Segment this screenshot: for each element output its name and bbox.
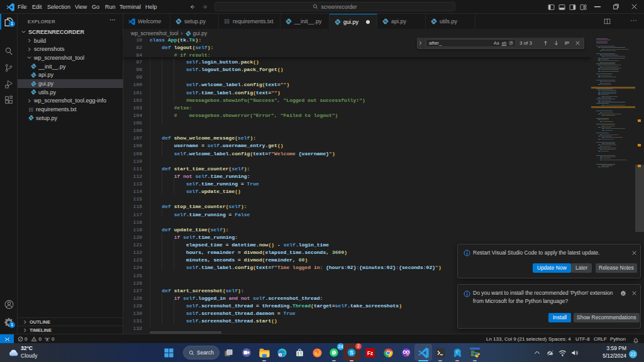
svg-text:S: S — [350, 349, 353, 356]
svg-text:Fz: Fz — [367, 350, 372, 356]
